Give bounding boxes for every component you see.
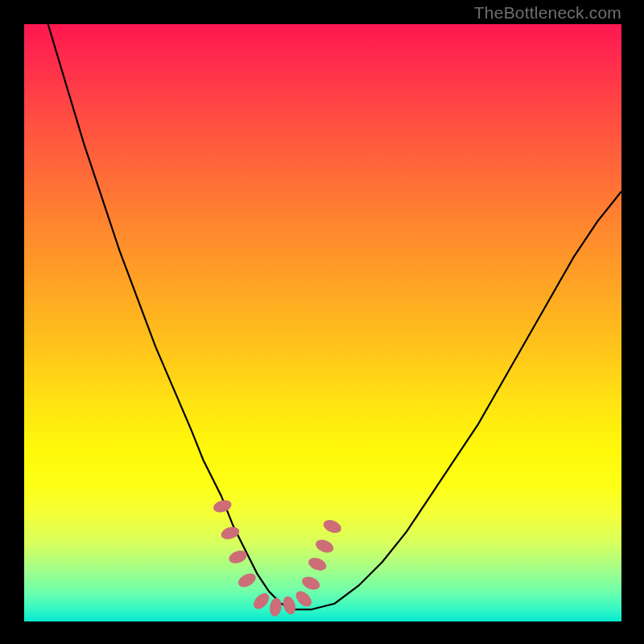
dotted-marker — [250, 590, 271, 612]
dotted-marker — [269, 597, 283, 617]
dotted-marker — [293, 588, 315, 609]
dotted-marker — [314, 538, 336, 555]
dotted-segment — [212, 498, 343, 617]
dotted-marker — [212, 498, 233, 514]
dotted-marker — [300, 575, 322, 592]
dotted-marker — [236, 571, 258, 590]
dotted-marker — [321, 518, 343, 535]
dotted-marker — [220, 525, 241, 542]
bottleneck-chart — [24, 24, 621, 621]
watermark: TheBottleneck.com — [474, 3, 621, 23]
dotted-marker — [307, 555, 328, 573]
chart-overlay-svg — [24, 24, 621, 621]
dotted-marker — [281, 595, 297, 616]
